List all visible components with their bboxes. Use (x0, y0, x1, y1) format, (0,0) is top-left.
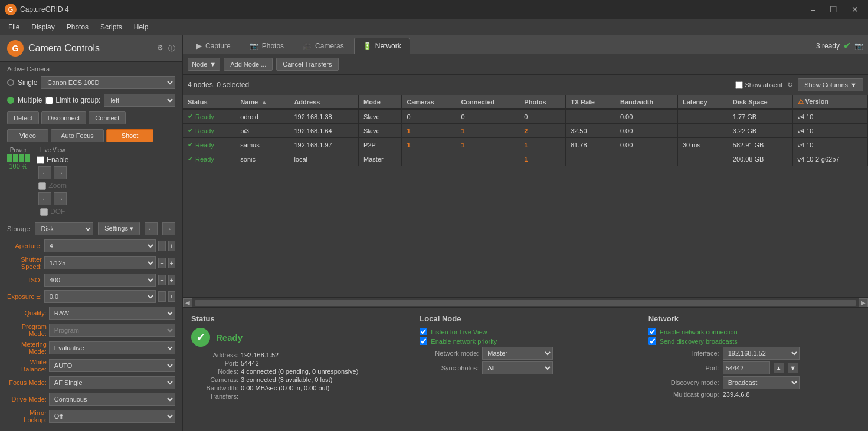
add-node-btn[interactable]: Add Node ... (224, 58, 273, 71)
scroll-left[interactable]: ◀ (183, 298, 192, 308)
port-config-input[interactable] (723, 361, 770, 374)
arrow-down[interactable]: → (54, 192, 67, 205)
col-photos[interactable]: Photos (519, 95, 566, 109)
storage-select[interactable]: Disk (35, 222, 94, 235)
network-mode-select[interactable]: Master (482, 347, 553, 360)
listen-live-checkbox[interactable] (420, 328, 427, 335)
row-bandwidth: 0.00 (615, 138, 677, 152)
row-txrate (565, 152, 615, 166)
storage-arrow-left[interactable]: ← (145, 222, 158, 235)
enable-priority-checkbox[interactable] (420, 337, 427, 345)
col-mode[interactable]: Mode (359, 95, 402, 109)
port-inc[interactable]: ▲ (774, 363, 784, 373)
enable-checkbox[interactable] (37, 156, 44, 164)
iso-select[interactable]: 400 (44, 274, 156, 287)
discovery-select[interactable]: Broadcast (723, 376, 800, 389)
col-cameras[interactable]: Cameras (402, 95, 456, 109)
aperture-dec[interactable]: − (158, 241, 165, 251)
exposure-dec[interactable]: − (158, 291, 165, 302)
arrow-left[interactable]: ← (38, 166, 51, 179)
quality-select[interactable]: RAW (49, 307, 175, 320)
table-row[interactable]: ✔ Ready sonic local Master 1 200.08 GB v… (183, 152, 868, 166)
mirror-select[interactable]: Off (49, 410, 175, 423)
live-view-label: Live View (40, 147, 65, 153)
scroll-right[interactable]: ▶ (859, 298, 868, 308)
battery-seg-4 (25, 154, 30, 162)
arrow-right[interactable]: → (54, 166, 67, 179)
send-discovery-checkbox[interactable] (648, 337, 656, 345)
menu-scripts[interactable]: Scripts (94, 21, 128, 33)
menu-display[interactable]: Display (25, 21, 60, 33)
single-radio[interactable] (7, 79, 14, 86)
group-select[interactable]: left (104, 94, 175, 107)
minimize-btn[interactable]: – (806, 4, 820, 15)
col-connected[interactable]: Connected (456, 95, 519, 109)
refresh-icon[interactable]: ↻ (787, 81, 793, 89)
camera-model-select[interactable]: Canon EOS 100D (41, 76, 175, 89)
show-absent-checkbox[interactable] (735, 81, 743, 89)
iso-inc[interactable]: + (168, 275, 175, 285)
aperture-select[interactable]: 4 (44, 239, 156, 252)
col-bandwidth[interactable]: Bandwidth (615, 95, 677, 109)
menu-file[interactable]: File (2, 21, 25, 33)
col-status[interactable]: Status (183, 95, 235, 109)
shutter-dec[interactable]: − (158, 258, 165, 268)
sync-photos-select[interactable]: All (482, 361, 553, 374)
focus-select[interactable]: AF Single (49, 376, 175, 389)
settings-icon[interactable]: ⚙ (157, 44, 163, 54)
port-dec[interactable]: ▼ (788, 363, 798, 373)
autofocus-btn[interactable]: Auto Focus (51, 129, 104, 142)
col-txrate[interactable]: TX Rate (565, 95, 615, 109)
menu-help[interactable]: Help (128, 21, 155, 33)
tab-cameras[interactable]: 🎥 Cameras (294, 38, 353, 54)
iso-label: ISO: (7, 277, 42, 284)
drive-select[interactable]: Continuous (49, 393, 175, 406)
port-value: 54442 (241, 360, 259, 367)
shoot-btn[interactable]: Shoot (106, 129, 153, 142)
iso-dec[interactable]: − (158, 275, 165, 285)
col-diskspace[interactable]: Disk Space (728, 95, 792, 109)
ready-check-icon: ✔ (843, 40, 851, 51)
col-version[interactable]: ⚠ Version (792, 95, 868, 109)
col-address[interactable]: Address (289, 95, 359, 109)
connect-btn[interactable]: Connect (89, 111, 126, 124)
info-icon[interactable]: ⓘ (168, 44, 175, 54)
ready-count: 3 ready (816, 42, 840, 50)
metering-select[interactable]: Evaluative (49, 341, 175, 354)
tab-capture[interactable]: ▶ Capture (188, 38, 240, 54)
col-name[interactable]: Name ▲ (235, 95, 289, 109)
col-latency[interactable]: Latency (678, 95, 728, 109)
enable-connection-checkbox[interactable] (648, 328, 656, 335)
maximize-btn[interactable]: ☐ (825, 4, 842, 15)
storage-arrow-right[interactable]: → (162, 222, 175, 235)
interface-select[interactable]: 192.168.1.52 (723, 347, 800, 360)
settings-btn[interactable]: Settings ▾ (98, 222, 140, 235)
tab-photos[interactable]: 📷 Photos (241, 38, 293, 54)
row-txrate: 32.50 (565, 124, 615, 138)
exposure-select[interactable]: 0.0 (44, 290, 156, 303)
multiple-radio[interactable] (7, 97, 14, 104)
aperture-inc[interactable]: + (168, 241, 175, 251)
wb-select[interactable]: AUTO (49, 359, 175, 372)
h-scrollbar[interactable] (195, 300, 856, 306)
cancel-transfers-btn[interactable]: Cancel Transfers (276, 58, 338, 71)
video-btn[interactable]: Video (7, 129, 48, 142)
shutter-select[interactable]: 1/125 (44, 256, 156, 269)
table-row[interactable]: ✔ Ready pi3 192.168.1.64 Slave 1 1 2 32.… (183, 124, 868, 138)
detect-btn[interactable]: Detect (7, 111, 39, 124)
nodes-table-container: Status Name ▲ Address Mode Cameras Conne… (183, 95, 868, 298)
show-columns-btn[interactable]: Show Columns ▼ (798, 78, 863, 91)
table-row[interactable]: ✔ Ready odroid 192.168.1.38 Slave 0 0 0 … (183, 109, 868, 124)
program-select[interactable]: Program (49, 324, 175, 337)
menu-photos[interactable]: Photos (61, 21, 94, 33)
shutter-inc[interactable]: + (168, 258, 175, 268)
close-btn[interactable]: ✕ (847, 4, 863, 15)
tab-network[interactable]: 🔋 Network (354, 38, 410, 54)
exposure-inc[interactable]: + (168, 291, 175, 302)
node-dropdown[interactable]: Node ▼ (188, 58, 220, 71)
table-row[interactable]: ✔ Ready samus 192.168.1.97 P2P 1 1 1 81.… (183, 138, 868, 152)
arrow-up[interactable]: ← (38, 192, 51, 205)
mirror-label: Mirror Lockup: (7, 409, 47, 423)
limit-group-checkbox[interactable] (45, 97, 53, 104)
disconnect-btn[interactable]: Disconnect (41, 111, 86, 124)
